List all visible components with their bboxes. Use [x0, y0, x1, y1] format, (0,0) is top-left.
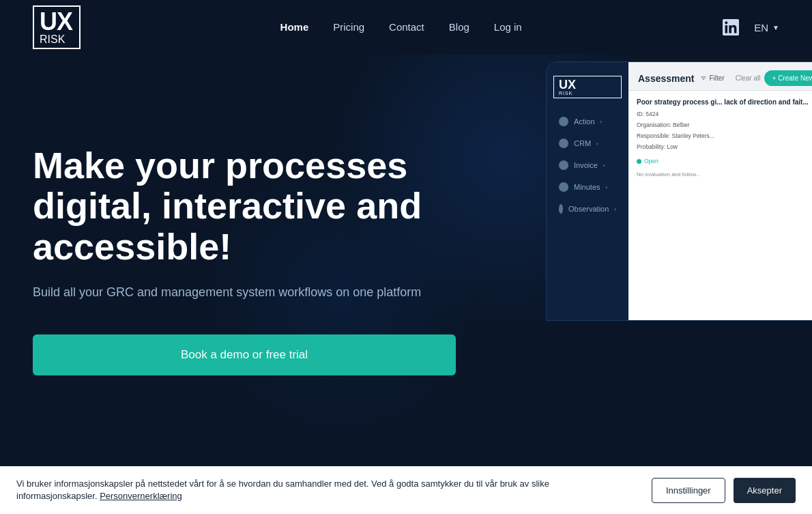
- logo-risk-text: RISK: [40, 34, 72, 45]
- mockup-logo-ux: UX: [559, 78, 616, 91]
- chevron-right-icon-3: ›: [603, 162, 605, 169]
- mockup-logo-risk: RISK: [559, 91, 616, 96]
- cookie-banner: Vi bruker informasjonskapsler på nettste…: [0, 466, 812, 514]
- hero-subtitle: Build all your GRC and management system…: [33, 283, 483, 302]
- sidebar-item-invoice[interactable]: Invoice ›: [553, 156, 622, 175]
- language-label: EN: [754, 22, 768, 33]
- mockup-body: Poor strategy process gi... lack of dire…: [628, 91, 812, 320]
- detail-id: ID: 5424: [637, 111, 812, 119]
- nav-item-pricing[interactable]: Pricing: [333, 21, 364, 33]
- sidebar-item-minutes[interactable]: Minutes ›: [553, 177, 622, 197]
- nav-item-contact[interactable]: Contact: [389, 21, 424, 33]
- detail-probability: Probability: Low: [637, 143, 812, 152]
- crm-icon: [559, 139, 568, 148]
- logo[interactable]: UX RISK: [33, 5, 81, 49]
- minutes-icon: [559, 182, 568, 192]
- mockup-panel-title: Assessment: [638, 73, 695, 84]
- navbar: UX RISK Home Pricing Contact Blog Log in…: [0, 0, 812, 55]
- mockup-main: Assessment Filter Clear all + Create New…: [628, 62, 812, 320]
- clear-all-button[interactable]: Clear all: [736, 74, 761, 82]
- chevron-down-icon: ▼: [772, 24, 779, 31]
- invoice-icon: [559, 160, 568, 170]
- language-switcher[interactable]: EN ▼: [754, 22, 779, 33]
- mockup-detail-panel: Poor strategy process gi... lack of dire…: [628, 91, 812, 320]
- cookie-buttons: Innstillinger Aksepter: [652, 478, 796, 503]
- detail-title: Poor strategy process gi... lack of dire…: [637, 98, 812, 106]
- chevron-right-icon-4: ›: [606, 184, 608, 190]
- chevron-right-icon-5: ›: [614, 206, 616, 212]
- logo-ux-text: UX: [40, 10, 72, 34]
- cookie-text: Vi bruker informasjonskapsler på nettste…: [16, 478, 562, 502]
- mockup-header: Assessment Filter Clear all + Create New: [628, 62, 812, 91]
- sidebar-item-observation[interactable]: Observation ›: [553, 199, 622, 218]
- chevron-right-icon: ›: [600, 119, 603, 125]
- nav-item-home[interactable]: Home: [280, 21, 309, 33]
- nav-links: Home Pricing Contact Blog Log in: [280, 21, 522, 33]
- cta-button[interactable]: Book a demo or free trial: [33, 334, 456, 375]
- detail-organisation: Organisation: Belber: [637, 122, 812, 130]
- create-new-button[interactable]: + Create New: [764, 70, 812, 86]
- nav-item-login[interactable]: Log in: [494, 21, 522, 33]
- linkedin-icon[interactable]: [721, 18, 740, 37]
- cookie-settings-button[interactable]: Innstillinger: [652, 478, 725, 503]
- hero-section: Make your processes digital, interactive…: [0, 55, 812, 466]
- detail-responsible: Responsible: Stanley Peters...: [637, 132, 812, 141]
- detail-status-badge: Open: [637, 158, 658, 165]
- detail-status-label: Open: [644, 158, 658, 165]
- cookie-privacy-link[interactable]: Personvernerklæring: [100, 491, 182, 501]
- status-dot-icon: [637, 159, 641, 164]
- filter-button[interactable]: Filter: [700, 74, 725, 82]
- chevron-right-icon-2: ›: [596, 141, 598, 147]
- hero-content: Make your processes digital, interactive…: [33, 145, 483, 375]
- detail-footer: No evaluation and follow...: [637, 171, 812, 178]
- mockup-sidebar: UX RISK Action › CRM › Invoice ›: [547, 62, 628, 320]
- mockup-logo: UX RISK: [553, 76, 622, 98]
- hero-title: Make your processes digital, interactive…: [33, 145, 483, 267]
- sidebar-item-action[interactable]: Action ›: [553, 112, 622, 131]
- dashboard-mockup: UX RISK Action › CRM › Invoice ›: [546, 61, 812, 321]
- action-icon: [559, 117, 568, 126]
- nav-right: EN ▼: [721, 18, 779, 37]
- observation-icon: [559, 204, 563, 214]
- sidebar-item-crm[interactable]: CRM ›: [553, 134, 622, 153]
- nav-item-blog[interactable]: Blog: [449, 21, 469, 33]
- cookie-accept-button[interactable]: Aksepter: [734, 478, 796, 503]
